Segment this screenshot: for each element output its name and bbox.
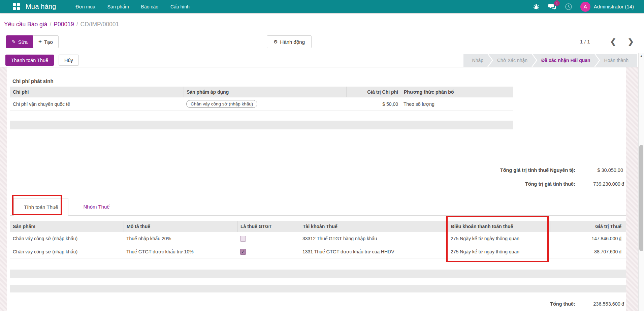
messages-icon[interactable]: 1 xyxy=(548,2,557,11)
check-icon: ✓ xyxy=(241,250,245,254)
tax-value: 147.846.000đ xyxy=(550,232,626,245)
form-content: Chi phí phát sinh Chi phí Sản phẩm áp dụ… xyxy=(0,67,638,311)
edit-button[interactable]: ✎ Sửa xyxy=(6,35,33,48)
total-tax-amount: 236.553.600đ xyxy=(575,301,624,307)
totals-upper: Tổng giá trị tính thuế Nguyên tệ: $ 30.0… xyxy=(500,165,624,189)
pager-arrows: ❮ ❯ xyxy=(610,35,634,48)
pager-counter: 1 / 1 xyxy=(580,35,590,48)
top-navbar: Mua hàng Đơn mua Sản phẩm Báo cáo Cấu hì… xyxy=(0,0,644,13)
cancel-button[interactable]: Hủy xyxy=(59,55,79,66)
status-pipeline: Nháp Chờ Xác nhận Đã xác nhận Hải quan H… xyxy=(463,54,637,67)
breadcrumb-link-order[interactable]: P00019 xyxy=(54,21,74,28)
gear-icon: ⚙ xyxy=(273,39,278,44)
purchase-form-page: Mua hàng Đơn mua Sản phẩm Báo cáo Cấu hì… xyxy=(0,0,644,311)
cost-table-header: Chi phí Sản phẩm áp dụng Giá trị Chi phí… xyxy=(10,87,513,97)
breadcrumb-separator: / xyxy=(50,21,51,28)
cost-table-row[interactable]: Chi phí vận chuyển quốc tế Chân váy công… xyxy=(10,97,513,111)
product-tag[interactable]: Chân váy công sở (nhập khẩu) xyxy=(186,100,257,108)
total-untaxed-foreign: Tổng giá trị tính thuế Nguyên tệ: $ 30.0… xyxy=(500,165,624,175)
menu-item-cau-hinh[interactable]: Cấu hình xyxy=(166,1,194,12)
pager-previous-icon[interactable]: ❮ xyxy=(610,38,616,45)
menu-item-san-pham[interactable]: Sản phẩm xyxy=(103,1,134,12)
dong-sign: đ xyxy=(621,181,624,187)
pager-next-icon[interactable]: ❯ xyxy=(628,38,634,45)
col-gia-tri-chi-phi[interactable]: Giá trị Chi phí xyxy=(346,87,401,97)
total-taxable-value: Tổng trị giá tính thuế: 739.230.000đ xyxy=(500,179,624,189)
user-avatar: A xyxy=(580,2,590,12)
tax-table-row[interactable]: Chân váy công sở (nhập khẩu) Thuế GTGT đ… xyxy=(10,245,626,258)
dong-sign: đ xyxy=(619,249,621,254)
total-taxable-value-amount: 739.230.000đ xyxy=(575,181,624,187)
breadcrumb-current: CD/IMP/00001 xyxy=(80,21,119,28)
col-gia-tri-thue[interactable]: Giá trị Thuế xyxy=(550,221,626,232)
stage-done[interactable]: Hoàn thành xyxy=(595,54,637,67)
tab-tax-computation[interactable]: Tính toán Thuế xyxy=(13,198,68,216)
notebook-tabs: Tính toán Thuế Nhóm Thuế xyxy=(10,197,626,216)
col-dieu-khoan-thanh-toan-thue[interactable]: Điều khoản thanh toán thuế xyxy=(448,221,550,232)
apps-grid-icon[interactable] xyxy=(13,3,20,10)
menu-item-bao-cao[interactable]: Báo cáo xyxy=(136,1,163,12)
stage-draft[interactable]: Nháp xyxy=(463,54,492,67)
gtgt-checkbox[interactable]: ✓ xyxy=(240,236,246,242)
create-button[interactable]: + Tạo xyxy=(33,35,59,48)
stage-waiting-confirm[interactable]: Chờ Xác nhận xyxy=(488,54,536,67)
user-menu[interactable]: A Administrator (14) xyxy=(580,2,634,12)
vertical-scrollbar[interactable]: ▲ xyxy=(638,53,644,311)
col-la-thue-gtgt[interactable]: Là thuế GTGT xyxy=(237,221,300,232)
totals-lower: Tổng thuế: 236.553.600đ xyxy=(550,299,624,309)
dong-sign: đ xyxy=(619,236,621,241)
control-panel: Yêu cầu Báo giá/P00019/CD/IMP/00001 ✎ Sử… xyxy=(0,13,644,53)
statusbar: Thanh toán Thuế Hủy Nháp Chờ Xác nhận Đã… xyxy=(0,53,644,67)
user-name: Administrator (14) xyxy=(594,4,634,9)
scroll-up-arrow-icon[interactable]: ▲ xyxy=(639,54,644,58)
menu-item-don-mua[interactable]: Đơn mua xyxy=(71,1,100,12)
col-mo-ta-thue[interactable]: Mô tả thuế xyxy=(124,221,237,232)
breadcrumb: Yêu cầu Báo giá/P00019/CD/IMP/00001 xyxy=(4,21,119,28)
tax-table-footer-band xyxy=(10,270,626,278)
col-chi-phi[interactable]: Chi phí xyxy=(10,87,184,97)
activities-clock-icon[interactable] xyxy=(564,2,573,11)
topbar-right: 1 A Administrator (14) xyxy=(532,2,634,12)
stage-customs-confirmed[interactable]: Đã xác nhận Hải quan xyxy=(533,54,599,67)
pay-tax-button[interactable]: Thanh toán Thuế xyxy=(5,55,54,66)
pencil-icon: ✎ xyxy=(12,39,16,44)
app-name[interactable]: Mua hàng xyxy=(26,3,56,10)
total-untaxed-foreign-value: $ 30.050,00 xyxy=(575,167,624,173)
col-phuong-thuc-phan-bo[interactable]: Phương thức phân bổ xyxy=(401,87,513,97)
tax-table-row[interactable]: Chân váy công sở (nhập khẩu) Thuế nhập k… xyxy=(10,232,626,245)
dong-sign: đ xyxy=(621,301,624,307)
gtgt-checkbox[interactable]: ✓ xyxy=(240,249,246,255)
scrollbar-thumb[interactable] xyxy=(639,145,643,251)
col-tai-khoan-thue[interactable]: Tài khoản Thuế xyxy=(300,221,448,232)
tax-value: 88.707.600đ xyxy=(550,245,626,258)
form-sheet: Chi phí phát sinh Chi phí Sản phẩm áp dụ… xyxy=(7,67,626,311)
col-san-pham[interactable]: Sản phẩm xyxy=(10,221,124,232)
section-separator-band xyxy=(10,285,626,292)
plus-icon: + xyxy=(38,38,42,45)
total-tax: Tổng thuế: 236.553.600đ xyxy=(550,299,624,309)
tax-table-header: Sản phẩm Mô tả thuế Là thuế GTGT Tài kho… xyxy=(10,221,626,232)
cost-table-footer-band xyxy=(10,121,513,129)
tab-tax-group[interactable]: Nhóm Thuế xyxy=(73,198,120,215)
main-menu: Đơn mua Sản phẩm Báo cáo Cấu hình xyxy=(71,1,194,12)
messages-count-badge: 1 xyxy=(554,0,560,6)
col-san-pham-ap-dung[interactable]: Sản phẩm áp dụng xyxy=(184,87,346,97)
cost-section-title: Chi phí phát sinh xyxy=(12,78,54,84)
action-menu-button[interactable]: ⚙ Hành động xyxy=(267,35,312,48)
breadcrumb-link-quotations[interactable]: Yêu cầu Báo giá xyxy=(4,21,47,28)
breadcrumb-separator: / xyxy=(76,21,78,28)
debug-bug-icon[interactable] xyxy=(532,2,541,11)
